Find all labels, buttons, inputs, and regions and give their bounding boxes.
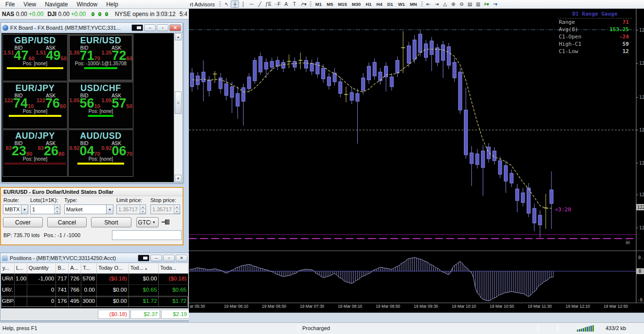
tile-windows-icon[interactable]: ▤ <box>466 0 474 8</box>
timeframe-m15-button[interactable]: M15 <box>335 0 349 8</box>
bid-quote[interactable]: 1.055610 <box>69 97 100 110</box>
order-status-field[interactable] <box>112 230 182 240</box>
fx-tile-gbpusd[interactable]: GBP/USDBIDASK1.5147601.514950Pos: [none] <box>2 34 68 81</box>
column-header[interactable]: T... <box>81 263 97 273</box>
table-row[interactable]: UR/.07417660.00$0.00$0.65$0.65 <box>1 285 188 296</box>
zoom-out-icon[interactable]: ⊖ <box>458 0 466 8</box>
timeframe-mn-button[interactable]: MN <box>407 0 420 8</box>
type-select[interactable]: Market ▼ <box>64 204 113 214</box>
timeframe-m1-button[interactable]: M1 <box>313 0 324 8</box>
lots-input[interactable]: 1 ▲▼ <box>30 204 60 214</box>
stop-price-input[interactable]: 1.35717 ▲▼ <box>150 204 180 214</box>
shift-left-icon[interactable]: ⇤ <box>424 0 433 8</box>
timeframe-m30-button[interactable]: M30 <box>350 0 363 8</box>
x-axis-label: 19 Mar 09:30 <box>414 304 451 309</box>
crosshair-icon[interactable]: ┼ <box>231 0 239 8</box>
scrollbar-thumb[interactable] <box>175 92 182 114</box>
close-button[interactable]: ✕ <box>169 24 181 31</box>
board-toggle-button[interactable] <box>138 255 149 261</box>
new-chart-icon[interactable]: +▾ <box>482 0 491 8</box>
fibo-channel-icon[interactable]: ··F <box>273 0 282 8</box>
scroll-up-icon[interactable]: ▲ <box>175 33 182 40</box>
ask-price: 57 <box>112 97 127 110</box>
text-icon[interactable]: A <box>282 0 290 8</box>
ask-quote[interactable]: 1227660 <box>37 97 66 110</box>
ask-quote[interactable]: 0.920670 <box>101 145 132 157</box>
timeframe-w1-button[interactable]: W1 <box>396 0 407 8</box>
menu-help[interactable]: Help <box>102 1 123 8</box>
timeframe-h1-button[interactable]: H1 <box>363 0 374 8</box>
bid-quote[interactable]: 1.357170 <box>69 49 100 62</box>
fx-tile-eurjpy[interactable]: EUR/JPYBIDASK12274101227660Pos: [none] <box>2 82 68 129</box>
menu-view[interactable]: View <box>19 1 40 8</box>
column-header[interactable]: L... <box>15 263 27 273</box>
route-dropdown-icon[interactable]: ▼ <box>21 205 28 214</box>
menu-window[interactable]: Window <box>73 1 102 8</box>
column-header[interactable]: A... <box>69 263 81 273</box>
text-label-icon[interactable]: T <box>290 0 298 8</box>
arrows-tool-icon[interactable]: ↗▾ <box>298 0 308 8</box>
lots-stepper[interactable]: ▲▼ <box>54 205 60 214</box>
period-icon[interactable]: ◔▾ <box>491 0 499 8</box>
cascade-windows-icon[interactable]: ▥ <box>474 0 482 8</box>
type-dropdown-icon[interactable]: ▼ <box>106 205 113 214</box>
status-center-text: Procharged <box>302 325 330 331</box>
vertical-line-icon[interactable]: │ <box>239 0 247 8</box>
route-select[interactable]: MBTX ▼ <box>3 204 28 214</box>
column-header[interactable]: B... <box>56 263 69 273</box>
short-button[interactable]: Short <box>91 217 131 227</box>
fx-board-titlebar[interactable]: FX Board - FX Board1 (MBT;MBT;YVCC;331..… <box>1 23 183 33</box>
pin-icon[interactable] <box>162 220 170 224</box>
bid-quote[interactable]: 1.514760 <box>3 49 35 62</box>
limit-price-stepper[interactable]: ▲▼ <box>140 205 146 214</box>
horizontal-line-icon[interactable]: ─ <box>247 0 256 8</box>
positions-titlebar[interactable]: Positions - (MBT;MBT;YVCC;33114250:Acct)… <box>0 253 189 263</box>
fx-tile-eurusd[interactable]: EUR/USDBIDASK1.3571701.357260Pos: -1000/… <box>68 34 133 81</box>
stop-price-stepper[interactable]: ▲▼ <box>174 205 180 214</box>
column-header[interactable]: Today O... <box>97 263 129 273</box>
menu-navigate[interactable]: Navigate <box>40 1 72 8</box>
restore-button[interactable]: ▫ <box>157 24 168 31</box>
scroll-down-icon[interactable]: ▼ <box>175 175 182 182</box>
price-chart[interactable]: 1221221221221221221221220.10-0.1 <box>189 9 644 322</box>
board-toggle-button[interactable] <box>131 24 143 31</box>
table-row[interactable]: UR/l1.00-1,0007177265708($0.18)$0.00($0.… <box>1 274 188 285</box>
cancel-button[interactable]: Cancel <box>47 217 87 227</box>
ask-quote[interactable]: 1.514950 <box>36 49 67 62</box>
bid-quote[interactable]: 0.920470 <box>69 145 100 157</box>
lots-label: Lots(1=1K): <box>30 197 58 203</box>
bid-quote[interactable]: 832390 <box>6 145 33 157</box>
minimize-button[interactable]: – <box>144 24 156 31</box>
zoom-in-icon[interactable]: ⊕ <box>449 0 458 8</box>
column-header[interactable]: Quantity <box>27 263 56 273</box>
fibonacci-icon[interactable]: ƒE <box>264 0 273 8</box>
ask-quote[interactable]: 1.357260 <box>101 49 132 62</box>
cover-button[interactable]: Cover <box>3 217 43 227</box>
ask-quote[interactable]: 1.055750 <box>101 97 132 110</box>
auto-scroll-icon[interactable]: △ <box>441 0 449 8</box>
fx-tile-usdchf[interactable]: USD/CHFBIDASK1.0556101.055750Pos: [none] <box>68 82 133 129</box>
fx-tile-audusd[interactable]: AUD/USDBIDASK0.9204700.920670Pos: [none] <box>68 130 133 177</box>
ask-quote[interactable]: 832680 <box>38 145 65 157</box>
fx-tile-audjpy[interactable]: AUD/JPYBIDASK832390832680Pos: [none] <box>2 130 68 177</box>
bid-quote[interactable]: 1227410 <box>4 97 34 110</box>
minimize-button[interactable]: – <box>150 255 162 261</box>
column-header[interactable]: y... <box>1 263 15 273</box>
column-header[interactable]: Toda... <box>159 263 188 273</box>
timeframe-m5-button[interactable]: M5 <box>324 0 335 8</box>
expert-advisors-button[interactable]: rt Advisors <box>189 1 218 7</box>
menu-file[interactable]: File <box>1 1 19 8</box>
tif-select[interactable]: GTC ▼ <box>136 217 159 227</box>
restore-button[interactable]: ▫ <box>163 255 175 261</box>
timeframe-h4-button[interactable]: H4 <box>374 0 385 8</box>
shift-right-icon[interactable]: ⇥ <box>433 0 441 8</box>
fx-board-scrollbar[interactable]: ▲ ▼ <box>174 33 182 182</box>
column-header[interactable]: Tod...▲ <box>129 263 159 273</box>
trendline-icon[interactable]: ╱ <box>256 0 264 8</box>
table-row[interactable]: GBP/l01764953000$0.00$1.72$1.72 <box>1 296 188 307</box>
tif-dropdown-icon[interactable]: ▼ <box>150 221 157 224</box>
cursor-icon[interactable]: ↖ <box>222 0 231 8</box>
limit-price-input[interactable]: 1.35717 ▲▼ <box>116 204 146 214</box>
close-button[interactable]: ✕ <box>176 255 187 261</box>
timeframe-d1-button[interactable]: D1 <box>385 0 395 8</box>
